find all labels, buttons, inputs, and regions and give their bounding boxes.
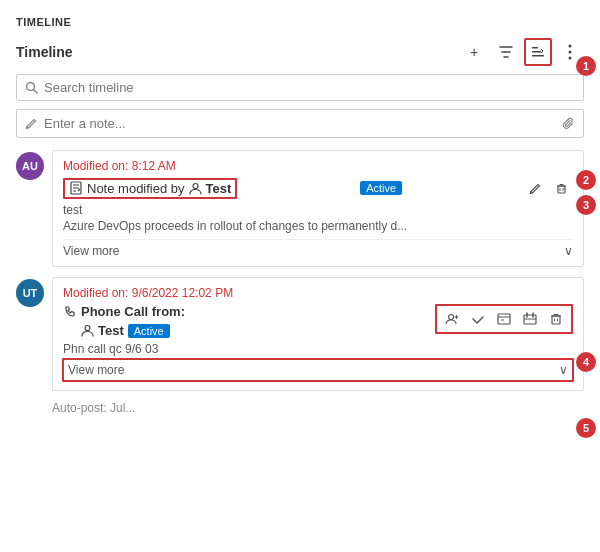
svg-point-4 — [569, 51, 572, 54]
note-input[interactable] — [44, 116, 562, 131]
complete-button[interactable] — [467, 308, 489, 330]
note-modified-actions — [525, 177, 573, 199]
assign-button[interactable] — [441, 308, 463, 330]
trash-icon-1 — [555, 182, 568, 195]
note-text-au: test — [63, 203, 573, 217]
delete-call-button[interactable] — [545, 308, 567, 330]
user-name-au: Test — [206, 181, 232, 196]
modified-on-ut: Modified on: 9/6/2022 12:02 PM — [63, 286, 573, 300]
phone-call-left: Phone Call from: Test Active — [63, 304, 185, 338]
note-modified-box: Note modified by Test — [63, 178, 237, 199]
sort-icon — [531, 45, 545, 59]
svg-rect-13 — [558, 186, 565, 193]
search-icon — [25, 81, 38, 94]
callout-1: 1 — [576, 56, 596, 76]
view-more-au[interactable]: View more ∨ — [63, 239, 573, 258]
avatar-au: AU — [16, 152, 44, 180]
tag-active-ut: Active — [128, 324, 170, 338]
phone-call-label: Phone Call from: — [81, 304, 185, 319]
modified-on-au: Modified on: 8:12 AM — [63, 159, 573, 173]
svg-point-19 — [449, 315, 454, 320]
search-input[interactable] — [44, 80, 575, 95]
modified-time-au: 8:12 AM — [132, 159, 176, 173]
person-icon-1 — [189, 182, 202, 195]
attachment-icon — [562, 117, 575, 130]
callout-4: 4 — [576, 352, 596, 372]
filter-icon — [499, 45, 513, 59]
trash-icon-2 — [549, 312, 563, 326]
section-title: TIMELINE — [16, 16, 600, 28]
phone-icon — [63, 305, 77, 319]
note-icon — [69, 181, 83, 195]
svg-line-7 — [34, 90, 38, 94]
note-input-box — [16, 109, 584, 138]
svg-point-5 — [569, 57, 572, 60]
svg-point-18 — [85, 326, 90, 331]
search-box — [16, 74, 584, 101]
person-icon-2 — [81, 324, 94, 337]
callout-5: 5 — [576, 418, 596, 438]
auto-post-hint: Auto-post: Jul... — [52, 401, 600, 415]
avatar-ut: UT — [16, 279, 44, 307]
filter-button[interactable] — [492, 38, 520, 66]
timeline-entry-au: AU Modified on: 8:12 AM — [16, 150, 600, 267]
svg-rect-22 — [498, 314, 510, 324]
callout-2: 2 — [576, 170, 596, 190]
phone-call-row: Phone Call from: Test Active — [63, 304, 573, 338]
phone-call-actions — [435, 304, 573, 334]
edit-call-button[interactable] — [493, 308, 515, 330]
delete-note-button[interactable] — [551, 177, 573, 199]
add-button[interactable]: + — [460, 38, 488, 66]
note-modified-row: Note modified by Test Active — [63, 177, 573, 199]
entry-body-ut: Modified on: 9/6/2022 12:02 PM — [52, 277, 600, 391]
edit-call-icon — [497, 312, 511, 326]
svg-point-12 — [193, 183, 198, 188]
assign-icon — [445, 312, 459, 326]
checkmark-icon — [471, 312, 485, 326]
pencil-icon — [25, 117, 38, 130]
svg-point-3 — [569, 45, 572, 48]
view-call-button[interactable] — [519, 308, 541, 330]
user-name-ut: Test — [98, 323, 124, 338]
entry-body-au: Modified on: 8:12 AM — [52, 150, 600, 267]
timeline-entry-ut: UT Modified on: 9/6/2022 12:02 PM — [16, 277, 600, 391]
timeline-actions: + — [460, 38, 584, 66]
tag-active-au: Active — [360, 181, 402, 195]
svg-rect-1 — [532, 51, 541, 53]
sort-button[interactable] — [524, 38, 552, 66]
edit-icon — [529, 182, 542, 195]
callout-3: 3 — [576, 195, 596, 215]
modified-time-ut: 9/6/2022 12:02 PM — [132, 286, 233, 300]
svg-rect-0 — [532, 47, 538, 49]
timeline-header-title: Timeline — [16, 44, 73, 60]
note-detail-au: Azure DevOps proceeds in rollout of chan… — [63, 219, 573, 233]
note-modified-label: Note modified by — [87, 181, 185, 196]
more-icon — [568, 44, 572, 60]
view-more-ut[interactable]: View more ∨ — [62, 358, 574, 382]
note-text-ut: Phn call qc 9/6 03 — [63, 342, 573, 356]
edit-note-button[interactable] — [525, 177, 547, 199]
svg-rect-2 — [532, 55, 544, 57]
view-call-icon — [523, 312, 537, 326]
svg-rect-29 — [552, 316, 560, 324]
